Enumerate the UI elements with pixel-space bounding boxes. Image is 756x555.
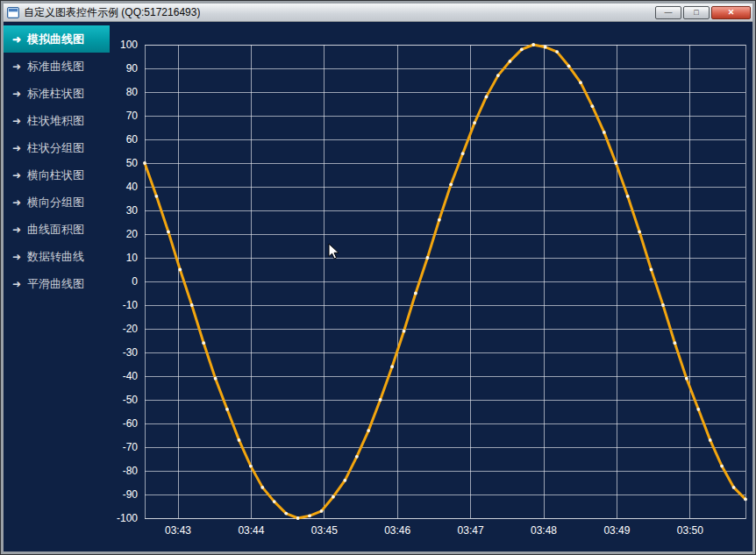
sidebar-item-2[interactable]: ➜标准曲线图	[4, 53, 110, 80]
y-tick-label: 80	[126, 86, 139, 98]
x-tick-label: 03:47	[458, 524, 484, 537]
sidebar-item-6[interactable]: ➜横向柱状图	[4, 161, 110, 189]
sidebar-item-label: 柱状堆积图	[27, 113, 84, 129]
sidebar-item-label: 横向分组图	[27, 195, 84, 210]
sidebar-item-4[interactable]: ➜柱状堆积图	[4, 107, 110, 134]
x-tick-label: 03:49	[603, 524, 630, 537]
y-tick-label: -10	[123, 299, 139, 311]
arrow-right-icon: ➜	[12, 278, 21, 290]
sidebar-item-9[interactable]: ➜数据转曲线	[4, 243, 110, 270]
arrow-right-icon: ➜	[12, 33, 21, 46]
arrow-right-icon: ➜	[12, 88, 21, 100]
sidebar-item-7[interactable]: ➜横向分组图	[4, 189, 110, 216]
y-tick-label: -30	[123, 346, 139, 359]
y-tick-label: 60	[126, 133, 139, 146]
x-tick-label: 03:46	[384, 524, 410, 537]
y-tick-label: -90	[123, 488, 139, 501]
y-tick-label: -40	[123, 370, 139, 382]
sidebar-item-label: 数据转曲线	[27, 249, 84, 265]
sidebar-item-label: 标准曲线图	[27, 59, 84, 75]
app-window: 自定义图表控件示例 (QQ:517216493) — □ ✕ ➜模拟曲线图➜标准…	[0, 0, 756, 555]
y-tick-label: -60	[123, 417, 139, 430]
axis-labels: 1009080706050403020100-10-20-30-40-50-60…	[117, 39, 703, 537]
arrow-right-icon: ➜	[12, 169, 21, 181]
y-tick-label: 0	[132, 275, 138, 288]
minimize-button[interactable]: —	[655, 6, 681, 19]
sidebar-item-label: 模拟曲线图	[27, 32, 84, 47]
x-tick-label: 03:48	[531, 524, 557, 537]
y-tick-label: -50	[123, 394, 139, 406]
y-tick-label: 10	[126, 252, 139, 264]
maximize-button[interactable]: □	[683, 6, 710, 19]
y-tick-label: -70	[123, 441, 139, 453]
y-tick-label: 70	[126, 110, 139, 122]
arrow-right-icon: ➜	[12, 115, 21, 127]
y-tick-label: 90	[126, 62, 139, 75]
y-tick-label: -100	[117, 512, 138, 524]
arrow-right-icon: ➜	[12, 251, 21, 263]
sidebar-item-10[interactable]: ➜平滑曲线图	[4, 270, 110, 297]
sidebar-item-label: 标准柱状图	[27, 86, 84, 102]
x-tick-label: 03:44	[238, 524, 264, 537]
x-tick-label: 03:45	[311, 524, 338, 537]
chart-area: 1009080706050403020100-10-20-30-40-50-60…	[110, 22, 752, 551]
x-tick-label: 03:50	[677, 524, 703, 537]
sidebar-item-label: 平滑曲线图	[27, 276, 84, 292]
titlebar[interactable]: 自定义图表控件示例 (QQ:517216493) — □ ✕	[4, 4, 752, 22]
sidebar-item-label: 曲线面积图	[27, 222, 84, 238]
arrow-right-icon: ➜	[12, 196, 21, 209]
app-icon	[7, 7, 19, 18]
sidebar: ➜模拟曲线图➜标准曲线图➜标准柱状图➜柱状堆积图➜柱状分组图➜横向柱状图➜横向分…	[4, 22, 110, 551]
y-tick-label: -20	[123, 323, 139, 335]
y-tick-label: 100	[120, 39, 138, 51]
y-tick-label: 50	[126, 157, 139, 169]
sidebar-item-label: 横向柱状图	[27, 167, 84, 183]
window-controls: — □ ✕	[653, 6, 751, 19]
close-button[interactable]: ✕	[711, 6, 751, 19]
window-title: 自定义图表控件示例 (QQ:517216493)	[24, 5, 200, 20]
sidebar-item-8[interactable]: ➜曲线面积图	[4, 216, 110, 243]
sidebar-item-3[interactable]: ➜标准柱状图	[4, 80, 110, 107]
sidebar-item-1[interactable]: ➜模拟曲线图	[4, 25, 110, 53]
y-tick-label: 20	[126, 228, 139, 240]
arrow-right-icon: ➜	[12, 224, 21, 236]
x-tick-label: 03:43	[165, 524, 191, 537]
arrow-right-icon: ➜	[12, 142, 21, 154]
arrow-right-icon: ➜	[12, 60, 21, 73]
sidebar-item-label: 柱状分组图	[27, 140, 84, 156]
line-chart: 1009080706050403020100-10-20-30-40-50-60…	[110, 22, 752, 551]
y-tick-label: 40	[126, 181, 139, 193]
main-content: ➜模拟曲线图➜标准曲线图➜标准柱状图➜柱状堆积图➜柱状分组图➜横向柱状图➜横向分…	[4, 22, 752, 551]
y-tick-label: 30	[126, 204, 139, 217]
sidebar-item-5[interactable]: ➜柱状分组图	[4, 134, 110, 161]
y-tick-label: -80	[123, 465, 139, 477]
